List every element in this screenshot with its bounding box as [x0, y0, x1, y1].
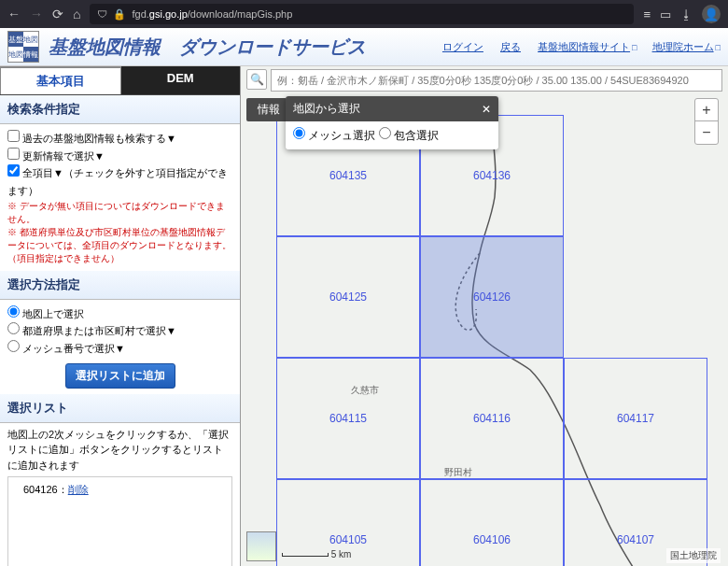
- mesh-cell-604116[interactable]: 604116: [420, 358, 564, 479]
- popup-mesh-option[interactable]: メッシュ選択: [293, 129, 375, 142]
- mesh-cell-604126[interactable]: 604126: [420, 236, 564, 358]
- bookmark-list-icon[interactable]: ≡: [643, 7, 651, 21]
- info-badge[interactable]: 情報: [246, 98, 291, 121]
- add-to-list-button[interactable]: 選択リストに追加: [65, 363, 175, 389]
- opt-mesh[interactable]: メッシュ番号で選択▼: [7, 340, 232, 358]
- back-icon[interactable]: ←: [7, 7, 21, 21]
- search-cond-body: 過去の基盤地図情報も検索する▼ 更新情報で選択▼ 全項目▼（チェックを外すと項目…: [0, 124, 240, 271]
- method-head: 選択方法指定: [0, 271, 240, 300]
- place-kuji: 久慈市: [351, 384, 379, 397]
- tab-basic[interactable]: 基本項目: [0, 66, 121, 94]
- library-icon[interactable]: ▭: [660, 7, 671, 21]
- list-head: 選択リスト: [0, 394, 240, 423]
- attribution: 国土地理院: [666, 548, 721, 563]
- page-header: 基盤地図地図情報 基盤地図情報 ダウンロードサービス ログイン 戻る 基盤地図情…: [0, 28, 728, 66]
- tab-dem[interactable]: DEM: [121, 66, 241, 94]
- home-icon[interactable]: ⌂: [73, 7, 80, 21]
- place-noda: 野田村: [444, 466, 472, 479]
- popup-title: 地図から選択: [293, 101, 360, 117]
- reload-icon[interactable]: ⟳: [52, 7, 63, 21]
- mesh-cell-604106[interactable]: 604106: [420, 479, 564, 566]
- map-select-popup: 地図から選択 ✕ メッシュ選択 包含選択: [286, 96, 498, 149]
- login-link[interactable]: ログイン: [442, 41, 483, 52]
- opt-update[interactable]: 更新情報で選択▼: [7, 148, 232, 165]
- header-links: ログイン 戻る 基盤地図情報サイト□ 地理院ホーム□: [441, 40, 721, 54]
- browser-chrome: ← → ⟳ ⌂ 🛡 🔒 fgd.gsi.go.jp/download/mapGi…: [0, 0, 728, 28]
- gsi-home-link[interactable]: 地理院ホーム: [652, 41, 714, 52]
- note-2: ※ 都道府県単位及び市区町村単位の基盤地図情報データについては、全項目のダウンロ…: [7, 226, 232, 265]
- mesh-cell-604125[interactable]: 604125: [276, 236, 420, 358]
- list-box: 604126：削除: [7, 476, 232, 566]
- zoom-control: + −: [694, 98, 719, 145]
- minimap[interactable]: [246, 531, 276, 561]
- opt-past[interactable]: 過去の基盤地図情報も検索する▼: [7, 130, 232, 148]
- opt-map[interactable]: 地図上で選択: [7, 305, 232, 323]
- list-hint: 地図上の2次メッシュをクリックするか、「選択リストに追加」ボタンをクリックすると…: [7, 427, 232, 474]
- list-area: 地図上の2次メッシュをクリックするか、「選択リストに追加」ボタンをクリックすると…: [0, 423, 240, 566]
- sidebar: 基本項目 DEM 検索条件指定 過去の基盤地図情報も検索する▼ 更新情報で選択▼…: [0, 66, 241, 566]
- zoom-in-button[interactable]: +: [695, 99, 718, 121]
- scale-bar: 5 km: [282, 549, 351, 559]
- mesh-cell-604115[interactable]: 604115: [276, 358, 420, 479]
- close-icon[interactable]: ✕: [482, 103, 491, 116]
- mesh-cell-604117[interactable]: 604117: [564, 358, 707, 479]
- site-link[interactable]: 基盤地図情報サイト: [538, 41, 630, 52]
- url-bar[interactable]: 🛡 🔒 fgd.gsi.go.jp/download/mapGis.php: [90, 4, 634, 24]
- list-item: 604126：削除: [12, 481, 228, 499]
- profile-icon[interactable]: 👤: [702, 5, 721, 23]
- tabs: 基本項目 DEM: [0, 66, 240, 95]
- search-icon[interactable]: 🔍: [246, 69, 267, 90]
- opt-all[interactable]: 全項目▼（チェックを外すと項目指定ができます）: [7, 164, 232, 199]
- forward-icon: →: [30, 7, 43, 21]
- method-body: 地図上で選択 都道府県または市区町村で選択▼ メッシュ番号で選択▼ 選択リストに…: [0, 300, 240, 394]
- back-link[interactable]: 戻る: [500, 41, 521, 52]
- popup-contain-option[interactable]: 包含選択: [379, 129, 439, 142]
- map[interactable]: 🔍 情報 地図から選択 ✕ メッシュ選択 包含選択 + − 6041356041…: [241, 66, 728, 566]
- lock-icon: 🔒: [113, 8, 126, 21]
- shield-icon: 🛡: [97, 8, 107, 20]
- opt-pref[interactable]: 都道府県または市区町村で選択▼: [7, 322, 232, 340]
- zoom-out-button[interactable]: −: [695, 121, 718, 144]
- search-cond-head: 検索条件指定: [0, 95, 240, 124]
- page-title: 基盤地図情報 ダウンロードサービス: [49, 35, 366, 60]
- logo: 基盤地図地図情報: [7, 31, 39, 63]
- map-search-input[interactable]: [271, 69, 722, 92]
- download-icon[interactable]: ⭳: [680, 7, 693, 21]
- note-1: ※ データが無い項目についてはダウンロードできません。: [7, 200, 232, 226]
- delete-item-link[interactable]: 削除: [68, 484, 89, 495]
